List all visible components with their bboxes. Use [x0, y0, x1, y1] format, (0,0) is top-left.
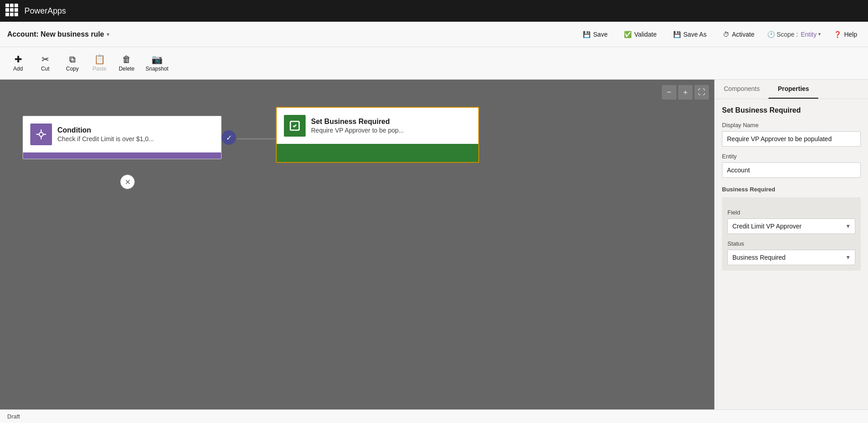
zoom-out-icon: −: [667, 88, 671, 96]
delete-icon: 🗑: [122, 55, 131, 64]
tab-properties[interactable]: Properties: [769, 80, 818, 99]
save-label: Save: [593, 31, 608, 38]
help-button[interactable]: ❓ Help: [830, 29, 861, 40]
add-button[interactable]: ✚ Add: [5, 52, 31, 75]
fit-to-screen-button[interactable]: ⛶: [694, 85, 709, 100]
draft-status: Draft: [7, 413, 20, 420]
panel-content: Set Business Required Display Name Entit…: [715, 99, 868, 409]
snapshot-icon: 📷: [151, 55, 163, 64]
activate-label: Activate: [732, 31, 755, 38]
save-button[interactable]: 💾 Save: [579, 29, 611, 40]
status-bar: Draft: [0, 409, 868, 423]
display-name-input[interactable]: [722, 131, 861, 147]
business-required-section: Field Credit Limit VP Approver ▼ Status …: [722, 197, 861, 271]
delete-label: Delete: [119, 66, 135, 72]
action-icon: [284, 115, 306, 137]
header-bar: Account: New business rule ▾ 💾 Save ✅ Va…: [0, 22, 868, 47]
delete-button[interactable]: 🗑 Delete: [114, 52, 139, 75]
business-required-label: Business Required: [722, 186, 861, 193]
action-title: Set Business Required: [311, 118, 404, 126]
add-label: Add: [13, 66, 23, 72]
action-node-text: Set Business Required Require VP Approve…: [311, 118, 404, 134]
scope-value: Entity: [801, 31, 816, 38]
scope-text: Scope :: [777, 31, 798, 38]
canvas-controls: − ＋ ⛶: [662, 85, 709, 100]
help-label: Help: [844, 31, 857, 38]
fit-icon: ⛶: [698, 88, 705, 96]
status-select-wrapper: Business Required ▼: [727, 250, 855, 265]
copy-icon: ⧉: [69, 55, 75, 64]
activate-icon: ⏱: [723, 31, 729, 38]
status-label: Status: [727, 240, 855, 247]
activate-button[interactable]: ⏱ Activate: [719, 29, 758, 40]
page-title: Account: New business rule: [7, 30, 104, 38]
panel-tabs: Components Properties: [715, 80, 868, 99]
paste-button[interactable]: 📋 Paste: [87, 52, 112, 75]
action-node[interactable]: Set Business Required Require VP Approve…: [276, 107, 479, 163]
condition-subtitle: Check if Credit Limit is over $1,0...: [57, 135, 154, 143]
save-as-label: Save As: [684, 31, 707, 38]
snapshot-button[interactable]: 📷 Snapshot: [141, 52, 173, 75]
validate-button[interactable]: ✅ Validate: [620, 29, 660, 40]
action-subtitle: Require VP Approver to be pop...: [311, 127, 404, 134]
action-node-header: Set Business Required Require VP Approve…: [277, 108, 478, 144]
title-chevron-icon[interactable]: ▾: [107, 31, 109, 38]
toolbar: ✚ Add ✂ Cut ⧉ Copy 📋 Paste 🗑 Delete 📷 Sn…: [0, 47, 868, 80]
condition-title: Condition: [57, 126, 154, 134]
field-label: Field: [727, 209, 855, 216]
cut-label: Cut: [41, 66, 50, 72]
main-area: − ＋ ⛶: [0, 80, 868, 409]
copy-label: Copy: [66, 66, 79, 72]
validate-label: Validate: [634, 31, 657, 38]
scope-chevron-icon: ▾: [818, 31, 821, 37]
copy-button[interactable]: ⧉ Copy: [60, 52, 85, 75]
header-actions: 💾 Save ✅ Validate 💾 Save As ⏱ Activate 🕐…: [579, 29, 861, 40]
canvas[interactable]: − ＋ ⛶: [0, 80, 714, 409]
snapshot-label: Snapshot: [146, 66, 169, 72]
field-select[interactable]: Credit Limit VP Approver: [727, 219, 855, 234]
condition-icon: [30, 124, 52, 145]
waffle-icon[interactable]: [5, 4, 20, 18]
top-bar: PowerApps: [0, 0, 868, 22]
zoom-in-icon: ＋: [682, 88, 689, 97]
connector-line: [237, 138, 276, 139]
zoom-out-button[interactable]: −: [662, 85, 676, 100]
panel-section-title: Set Business Required: [722, 106, 861, 114]
paste-label: Paste: [93, 66, 107, 72]
connector-check: ✓: [222, 130, 236, 145]
scope-selector[interactable]: 🕐 Scope : Entity ▾: [767, 31, 821, 38]
field-select-wrapper: Credit Limit VP Approver ▼: [727, 219, 855, 234]
condition-node-text: Condition Check if Credit Limit is over …: [57, 126, 154, 143]
validate-icon: ✅: [624, 31, 632, 38]
false-connector: ✕: [120, 175, 135, 189]
action-node-footer: [277, 144, 478, 162]
header-left: Account: New business rule ▾: [7, 30, 109, 38]
svg-point-0: [39, 133, 43, 137]
zoom-in-button[interactable]: ＋: [678, 85, 693, 100]
right-panel: Components Properties Set Business Requi…: [714, 80, 868, 409]
save-as-button[interactable]: 💾 Save As: [670, 29, 710, 40]
add-icon: ✚: [14, 55, 22, 64]
cut-button[interactable]: ✂ Cut: [33, 52, 58, 75]
entity-input[interactable]: [722, 162, 861, 178]
status-select[interactable]: Business Required: [727, 250, 855, 265]
cut-icon: ✂: [42, 55, 49, 64]
condition-node-footer: [23, 152, 221, 159]
help-icon: ❓: [834, 31, 841, 38]
tab-components[interactable]: Components: [715, 80, 769, 99]
save-as-icon: 💾: [673, 31, 681, 38]
condition-node-header: Condition Check if Credit Limit is over …: [23, 116, 221, 152]
condition-node[interactable]: Condition Check if Credit Limit is over …: [23, 116, 222, 159]
display-name-label: Display Name: [722, 122, 861, 128]
scope-icon: 🕐: [767, 31, 775, 38]
paste-icon: 📋: [94, 55, 105, 64]
app-name: PowerApps: [24, 6, 66, 16]
save-icon: 💾: [583, 31, 590, 38]
entity-label: Entity: [722, 153, 861, 160]
